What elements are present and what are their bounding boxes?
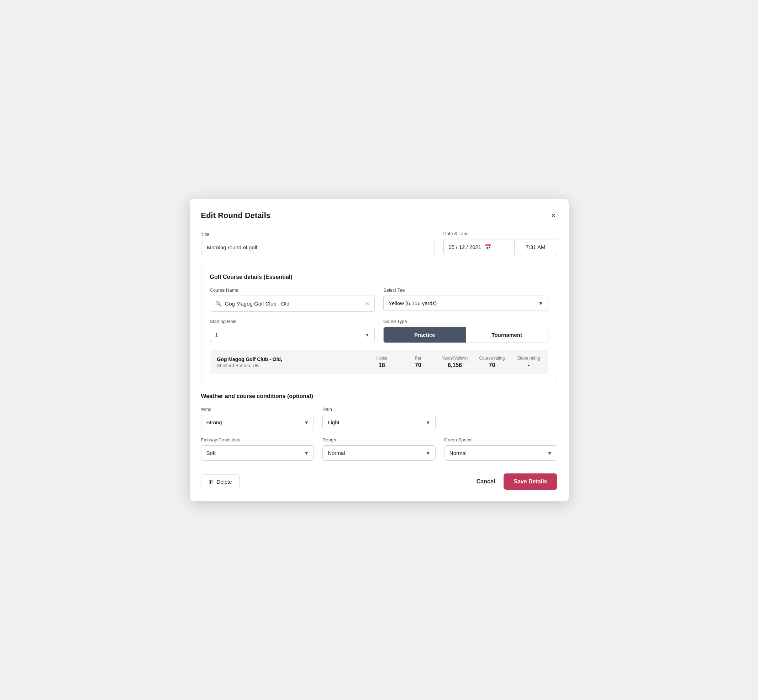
rough-label: Rough <box>323 437 435 442</box>
yards-value: 6,156 <box>448 362 462 369</box>
holes-stat: Holes 18 <box>370 356 394 369</box>
par-stat: Par 70 <box>406 356 431 369</box>
title-field-group: Title <box>201 231 435 255</box>
starting-hole-game-type-row: Starting Hole 1234 5678 910 ▼ Game Type … <box>210 319 548 343</box>
close-button[interactable]: × <box>550 210 557 221</box>
course-info-bar: Gog Magog Golf Club - Old, Shelford Bott… <box>210 350 548 374</box>
calendar-icon: 📅 <box>485 244 492 250</box>
starting-hole-dropdown[interactable]: 1234 5678 910 <box>210 327 375 342</box>
cancel-button[interactable]: Cancel <box>476 478 495 485</box>
tournament-toggle-button[interactable]: Tournament <box>466 327 548 342</box>
wind-dropdown[interactable]: Calm Light Moderate Strong Very Strong <box>201 415 314 430</box>
green-speed-dropdown[interactable]: Slow Normal Fast Very Fast <box>444 445 557 461</box>
select-tee-label: Select Tee <box>383 288 548 293</box>
datetime-label: Date & Time <box>443 231 557 236</box>
delete-label: Delete <box>217 479 232 485</box>
game-type-group: Game Type Practice Tournament <box>383 319 548 343</box>
course-rating-label: Course rating <box>479 356 504 361</box>
rain-label: Rain <box>323 406 435 412</box>
rough-group: Rough Short Normal Long Very Long ▼ <box>323 437 435 461</box>
green-speed-select-wrap: Slow Normal Fast Very Fast ▼ <box>444 445 557 461</box>
green-speed-label: Green Speed <box>444 437 557 442</box>
golf-course-section-title: Golf Course details (Essential) <box>210 274 548 280</box>
starting-hole-label: Starting Hole <box>210 319 375 324</box>
slope-rating-stat: Slope rating - <box>516 356 541 369</box>
select-tee-group: Select Tee Yellow (6,156 yards) White (6… <box>383 288 548 312</box>
delete-button[interactable]: 🗑 Delete <box>201 475 240 489</box>
footer-right: Cancel Save Details <box>476 473 557 490</box>
rain-group: Rain None Light Moderate Heavy ▼ <box>323 406 435 430</box>
fairway-dropdown[interactable]: Soft Normal Firm Hard <box>201 445 314 461</box>
modal-footer: 🗑 Delete Cancel Save Details <box>201 470 557 490</box>
course-name-label: Course Name <box>210 288 375 293</box>
course-rating-stat: Course rating 70 <box>479 356 504 369</box>
select-tee-dropdown[interactable]: Yellow (6,156 yards) White (6,500 yards)… <box>383 295 548 311</box>
top-row: Title Date & Time 05 / 12 / 2021 📅 7:31 … <box>201 231 557 255</box>
course-name-location: Gog Magog Golf Club - Old, Shelford Bott… <box>217 356 358 368</box>
datetime-inputs: 05 / 12 / 2021 📅 7:31 AM <box>443 239 557 255</box>
yards-label: Yards(Yellow) <box>442 356 468 361</box>
course-full-name: Gog Magog Golf Club - Old, <box>217 356 358 362</box>
yards-stat: Yards(Yellow) 6,156 <box>442 356 468 369</box>
rough-select-wrap: Short Normal Long Very Long ▼ <box>323 445 435 461</box>
slope-rating-label: Slope rating <box>517 356 540 361</box>
conditions-title: Weather and course conditions (optional) <box>201 393 557 400</box>
title-label: Title <box>201 231 435 237</box>
fairway-select-wrap: Soft Normal Firm Hard ▼ <box>201 445 314 461</box>
date-input[interactable]: 05 / 12 / 2021 📅 <box>443 239 515 255</box>
holes-value: 18 <box>379 362 385 369</box>
starting-hole-group: Starting Hole 1234 5678 910 ▼ <box>210 319 375 343</box>
time-value: 7:31 AM <box>526 244 545 250</box>
select-tee-wrap: Yellow (6,156 yards) White (6,500 yards)… <box>383 295 548 311</box>
rough-dropdown[interactable]: Short Normal Long Very Long <box>323 445 435 461</box>
fairway-group: Fairway Conditions Soft Normal Firm Hard… <box>201 437 314 461</box>
wind-group: Wind Calm Light Moderate Strong Very Str… <box>201 406 314 430</box>
game-type-toggle: Practice Tournament <box>383 327 548 343</box>
edit-round-modal: Edit Round Details × Title Date & Time 0… <box>190 199 568 501</box>
clear-course-button[interactable]: ✕ <box>365 300 370 307</box>
rain-dropdown[interactable]: None Light Moderate Heavy <box>323 415 435 430</box>
starting-hole-wrap: 1234 5678 910 ▼ <box>210 327 375 342</box>
date-value: 05 / 12 / 2021 <box>449 244 481 250</box>
course-location: Shelford Bottom, UK <box>217 363 358 368</box>
conditions-section: Weather and course conditions (optional)… <box>201 393 557 461</box>
course-rating-value: 70 <box>489 362 495 369</box>
rain-select-wrap: None Light Moderate Heavy ▼ <box>323 415 435 430</box>
course-name-group: Course Name 🔍 ✕ <box>210 288 375 312</box>
golf-course-section: Golf Course details (Essential) Course N… <box>201 265 557 383</box>
course-name-input[interactable] <box>225 300 362 306</box>
wind-select-wrap: Calm Light Moderate Strong Very Strong ▼ <box>201 415 314 430</box>
par-label: Par <box>415 356 421 361</box>
datetime-field-group: Date & Time 05 / 12 / 2021 📅 7:31 AM <box>443 231 557 255</box>
game-type-label: Game Type <box>383 319 548 324</box>
fairway-rough-green-row: Fairway Conditions Soft Normal Firm Hard… <box>201 437 557 461</box>
trash-icon: 🗑 <box>208 479 214 485</box>
par-value: 70 <box>415 362 421 369</box>
slope-rating-value: - <box>528 362 529 369</box>
wind-rain-row: Wind Calm Light Moderate Strong Very Str… <box>201 406 557 430</box>
course-name-input-wrap[interactable]: 🔍 ✕ <box>210 295 375 312</box>
practice-toggle-button[interactable]: Practice <box>384 327 466 342</box>
modal-title: Edit Round Details <box>201 211 271 220</box>
course-name-tee-row: Course Name 🔍 ✕ Select Tee Yellow (6,156… <box>210 288 548 312</box>
time-input[interactable]: 7:31 AM <box>515 239 557 255</box>
save-details-button[interactable]: Save Details <box>504 473 557 490</box>
holes-label: Holes <box>376 356 387 361</box>
green-speed-group: Green Speed Slow Normal Fast Very Fast ▼ <box>444 437 557 461</box>
wind-label: Wind <box>201 406 314 412</box>
title-input[interactable] <box>201 240 435 255</box>
modal-header: Edit Round Details × <box>201 210 557 221</box>
search-icon: 🔍 <box>215 300 222 307</box>
fairway-label: Fairway Conditions <box>201 437 314 442</box>
